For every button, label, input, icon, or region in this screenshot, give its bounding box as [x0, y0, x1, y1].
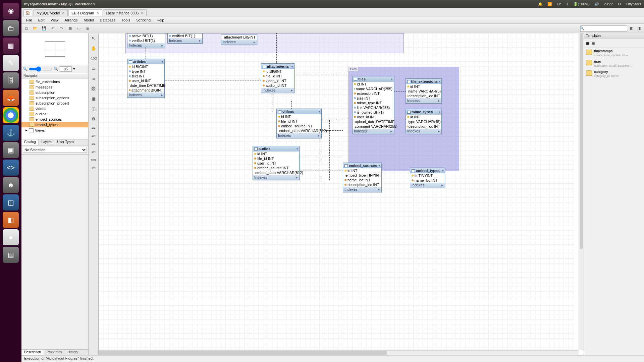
open-file-icon[interactable]: 📂 — [32, 25, 38, 32]
launcher-editor-icon[interactable]: ✎ — [3, 55, 19, 71]
template-item[interactable]: categorycategory_id, name — [584, 69, 644, 79]
zoom-dropdown-icon[interactable]: ▾ — [73, 67, 75, 71]
tool-hand-icon[interactable]: ✋ — [90, 45, 97, 52]
table-files[interactable]: files▾ id INT name VARCHAR(255) extensio… — [352, 76, 394, 134]
close-icon[interactable]: ✕ — [141, 11, 144, 15]
unity-launcher[interactable]: ◉ 🗀 ▦ ✎ 🗄 🦊 ⚓ ▣ <> ☻ ◫ ◧ ≡ ▤ — [0, 0, 21, 362]
launcher-chrome-icon[interactable] — [3, 107, 19, 123]
diagram-canvas[interactable]: Files active BIT(1) verified BIT(1) Inde… — [99, 33, 575, 355]
table-partial[interactable]: active BIT(1) verified BIT(1) Indexes▸ — [127, 33, 165, 48]
notify-icon[interactable]: 🔔 — [538, 2, 543, 6]
save-icon[interactable]: 💾 — [41, 25, 47, 32]
tool-view-icon[interactable]: ◫ — [90, 105, 97, 112]
tool-rel-n-m[interactable]: n:m — [90, 157, 97, 163]
tool-table-icon[interactable]: ▦ — [90, 95, 97, 102]
launcher-docs-icon[interactable]: ≡ — [3, 229, 19, 245]
volume-icon[interactable]: 🔊 — [594, 2, 599, 6]
tool-layer-icon[interactable]: ▭ — [90, 65, 97, 72]
search-input[interactable] — [580, 25, 627, 32]
table-attachments[interactable]: attachments▾ id BIGINT file_id INT video… — [261, 63, 294, 93]
align-icon[interactable]: ▭ — [76, 25, 82, 32]
undo-icon[interactable]: ↶ — [50, 25, 56, 32]
bluetooth-icon[interactable]: ᚼ — [566, 2, 569, 6]
menu-edit[interactable]: Edit — [36, 17, 47, 23]
tab-catalog[interactable]: Catalog — [21, 139, 39, 145]
table-embed-types[interactable]: embed_types▾ id TINYINT name_loc INT Ind… — [410, 168, 445, 188]
username[interactable]: FiftyStars — [626, 2, 641, 6]
gear-icon[interactable]: ⚙ — [618, 2, 621, 6]
redo-icon[interactable]: ↷ — [58, 25, 64, 32]
tool-image-icon[interactable]: 🖼 — [90, 85, 97, 92]
table-mime-types[interactable]: mime_types▾ id INT type VARCHAR(45) desc… — [406, 109, 442, 134]
table-partial[interactable]: attachment BIGINT Indexes▸ — [221, 35, 257, 45]
menu-file[interactable]: File — [23, 17, 35, 23]
tool-routine-icon[interactable]: ⚙ — [90, 115, 97, 122]
tab-layers[interactable]: Layers — [39, 139, 54, 145]
launcher-app1-icon[interactable]: ▦ — [3, 38, 19, 54]
tab-properties[interactable]: Properties — [44, 350, 65, 355]
minimap[interactable] — [21, 33, 88, 65]
table-partial[interactable]: verified BIT(1) Indexes▸ — [167, 33, 203, 44]
template-add-icon[interactable]: ▦ — [586, 41, 589, 46]
menu-scripting[interactable]: Scripting — [133, 17, 153, 23]
export-icon[interactable]: 🗎 — [85, 25, 91, 32]
launcher-term-icon[interactable]: ▤ — [3, 247, 19, 263]
selection-combo[interactable]: No Selection — [23, 147, 87, 153]
h-scrollbar[interactable] — [99, 350, 579, 355]
launcher-files-icon[interactable]: 🗀 — [3, 20, 19, 36]
table-file-extensions[interactable]: file_extensions▾ id INT name VARCHAR(5) … — [406, 78, 442, 104]
tool-rel-1-n[interactable]: 1:n — [90, 133, 97, 138]
wifi-icon[interactable]: 📶 — [547, 2, 552, 6]
template-item[interactable]: userusername, email, passwor… — [584, 58, 644, 69]
clock[interactable]: 23:22 — [604, 2, 613, 6]
template-manage-icon[interactable]: ▤ — [591, 41, 595, 46]
tab-local-instance[interactable]: Local instance 3306✕ — [103, 9, 147, 16]
launcher-workbench-icon[interactable]: ⚓ — [3, 125, 19, 141]
table-audios[interactable]: audios▾ id INT file_id INT user_id INT e… — [253, 146, 300, 180]
template-item[interactable]: timestampscreate_time, update_time — [584, 48, 644, 58]
menu-model[interactable]: Model — [81, 17, 97, 23]
menu-tools[interactable]: Tools — [119, 17, 133, 23]
close-icon[interactable]: ✕ — [62, 11, 65, 15]
tab-mysql-model[interactable]: MySQL Model✕ — [34, 9, 68, 16]
tool-erase-icon[interactable]: ⌫ — [90, 55, 97, 62]
panel-left-icon[interactable]: ◧ — [629, 25, 635, 32]
tool-pointer-icon[interactable]: ↖ — [90, 35, 97, 42]
zoom-out-icon[interactable]: 🔍 — [23, 67, 28, 71]
zoom-slider[interactable] — [29, 66, 52, 72]
launcher-dash-icon[interactable]: ◉ — [3, 3, 19, 19]
tool-rel-existing[interactable]: 1:n — [90, 165, 97, 171]
launcher-firefox-icon[interactable]: 🦊 — [3, 90, 19, 106]
launcher-app2-icon[interactable]: ◫ — [3, 194, 19, 210]
launcher-app3-icon[interactable]: ◧ — [3, 212, 19, 228]
launcher-archive-icon[interactable]: 🗄 — [3, 72, 19, 88]
close-icon[interactable]: ✕ — [96, 11, 99, 15]
menu-arrange[interactable]: Arrange — [62, 17, 80, 23]
battery-icon[interactable]: 🔋(100%) — [573, 2, 590, 6]
tool-note-icon[interactable]: 🗉 — [90, 75, 97, 82]
new-file-icon[interactable]: 🗋 — [23, 25, 30, 32]
grid-icon[interactable]: ▦ — [67, 25, 73, 32]
table-embed-sources[interactable]: embed_sources▾ id INT embed_type TINYINT… — [343, 163, 382, 192]
lang-indicator[interactable]: En — [557, 2, 561, 6]
launcher-vm-icon[interactable]: ▣ — [3, 142, 19, 158]
tool-rel-1-1b[interactable]: 1:1 — [90, 141, 97, 146]
menu-help[interactable]: Help — [154, 17, 167, 23]
table-articles[interactable]: articles▾ id BIGINT type INT text INT us… — [127, 59, 165, 98]
tool-rel-1-1[interactable]: 1:1 — [90, 125, 97, 130]
tab-history[interactable]: History — [65, 350, 81, 355]
launcher-robot-icon[interactable]: ☻ — [3, 177, 19, 193]
tool-rel-1-nb[interactable]: 1:n — [90, 149, 97, 155]
tab-eer-diagram[interactable]: EER Diagram✕ — [68, 9, 102, 16]
tab-description[interactable]: Description — [21, 350, 44, 355]
tab-usertypes[interactable]: User Types — [54, 139, 77, 145]
menu-database[interactable]: Database — [97, 17, 118, 23]
catalog-tree[interactable]: file_extensions messages subscription su… — [21, 79, 88, 139]
panel-right-icon[interactable]: ◨ — [636, 25, 642, 32]
zoom-in-icon[interactable]: 🔍 — [54, 67, 58, 71]
launcher-ide-icon[interactable]: <> — [3, 160, 19, 176]
v-scrollbar[interactable] — [579, 33, 584, 350]
menu-view[interactable]: View — [48, 17, 61, 23]
table-videos[interactable]: videos▾ id INT file_id INT embed_source … — [276, 109, 322, 138]
zoom-value[interactable] — [60, 66, 72, 72]
